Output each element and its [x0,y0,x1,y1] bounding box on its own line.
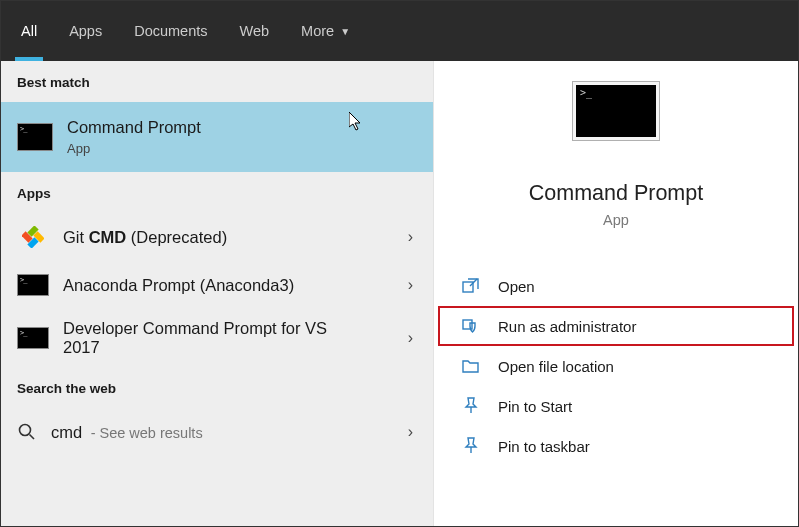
preview-subtitle: App [434,212,798,228]
preview-title: Command Prompt [434,181,798,206]
app-vs2017-title: Developer Command Prompt for VS 2017 [63,319,363,357]
web-result[interactable]: cmd - See web results › [1,408,433,456]
chevron-right-icon[interactable]: › [408,329,413,347]
section-best-match: Best match [1,61,433,102]
tab-more[interactable]: More▼ [285,1,366,61]
app-anaconda-title: Anaconda Prompt (Anaconda3) [63,276,394,295]
svg-rect-6 [463,282,473,292]
action-pin-to-taskbar[interactable]: Pin to taskbar [438,426,794,466]
chevron-right-icon[interactable]: › [408,276,413,294]
results-panel: Best match Command Prompt App Apps [1,61,433,526]
search-header: All Apps Documents Web More▼ [1,1,798,61]
folder-icon [462,357,480,375]
action-open-location-label: Open file location [498,358,614,375]
tab-web[interactable]: Web [224,1,286,61]
section-apps: Apps [1,172,433,213]
action-run-as-admin-label: Run as administrator [498,318,636,335]
section-search-web: Search the web [1,367,433,408]
web-query-text: cmd - See web results [51,423,394,442]
tab-all-label: All [21,23,37,39]
pin-start-icon [462,397,480,415]
tab-more-label: More [301,23,334,39]
best-match-title: Command Prompt [67,118,417,137]
tab-apps-label: Apps [69,23,102,39]
web-hint: - See web results [91,425,203,441]
app-result-git-cmd[interactable]: Git CMD (Deprecated) › [1,213,433,261]
preview-panel: Command Prompt App Open Run as administr… [433,61,798,526]
tab-documents-label: Documents [134,23,207,39]
svg-point-4 [20,425,31,436]
action-pin-to-start[interactable]: Pin to Start [438,386,794,426]
tab-all[interactable]: All [5,1,53,61]
action-pin-taskbar-label: Pin to taskbar [498,438,590,455]
anaconda-prompt-icon [17,273,49,297]
action-open-file-location[interactable]: Open file location [438,346,794,386]
chevron-down-icon: ▼ [340,26,350,37]
vs-prompt-icon [17,326,49,350]
best-match-subtitle: App [67,141,417,156]
app-vs2017-text: Developer Command Prompt for VS 2017 [63,319,394,357]
preview-app-icon [572,81,660,141]
action-open[interactable]: Open [438,266,794,306]
command-prompt-icon [17,123,53,151]
app-result-vs2017[interactable]: Developer Command Prompt for VS 2017 › [1,309,433,367]
app-result-anaconda[interactable]: Anaconda Prompt (Anaconda3) › [1,261,433,309]
tab-web-label: Web [240,23,270,39]
search-icon [17,422,37,442]
chevron-right-icon[interactable]: › [408,228,413,246]
tab-documents[interactable]: Documents [118,1,223,61]
svg-line-5 [30,435,35,440]
best-match-text: Command Prompt App [67,118,417,156]
app-anaconda-text: Anaconda Prompt (Anaconda3) [63,276,394,295]
open-icon [462,277,480,295]
tab-apps[interactable]: Apps [53,1,118,61]
action-run-as-admin[interactable]: Run as administrator [438,306,794,346]
app-git-text: Git CMD (Deprecated) [63,228,394,247]
pin-taskbar-icon [462,437,480,455]
app-git-title: Git CMD (Deprecated) [63,228,394,247]
action-open-label: Open [498,278,535,295]
action-pin-start-label: Pin to Start [498,398,572,415]
best-match-result[interactable]: Command Prompt App [1,102,433,172]
admin-shield-icon [462,317,480,335]
git-icon [17,225,49,249]
chevron-right-icon[interactable]: › [408,423,413,441]
web-query: cmd [51,423,82,441]
